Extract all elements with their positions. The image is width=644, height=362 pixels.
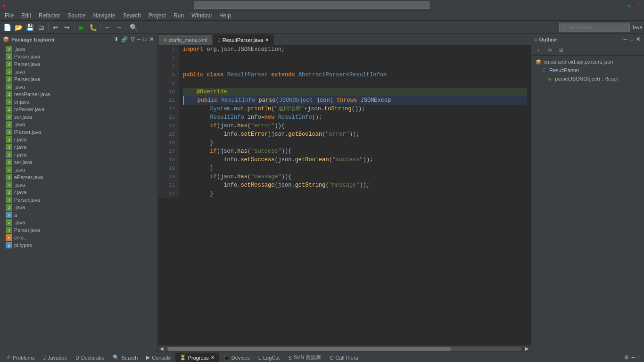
tree-item[interactable]: J.java — [0, 166, 157, 173]
undo-button[interactable]: ↩ — [50, 22, 61, 33]
bottom-minimize-button[interactable]: ─ — [631, 354, 636, 361]
open-button[interactable]: 📂 — [13, 22, 24, 33]
menu-file[interactable]: File — [1, 11, 17, 20]
tree-item[interactable]: JParser.java — [0, 226, 157, 234]
tree-item[interactable]: JmParser.java — [0, 106, 157, 113]
forward-button[interactable]: → — [114, 22, 124, 33]
tree-item[interactable]: JlParser.java — [0, 128, 157, 136]
bottom-maximize-button[interactable]: □ — [637, 354, 642, 361]
menu-source[interactable]: Source — [64, 11, 89, 20]
outline-maximize[interactable]: □ — [629, 36, 634, 42]
outline-item-method[interactable]: ◆ parse(JSONObject) : Resul — [533, 74, 642, 83]
perspective-button[interactable]: Java — [632, 22, 642, 33]
menu-navigate[interactable]: Navigate — [89, 11, 119, 20]
tree-item[interactable]: JParser.java — [0, 53, 157, 60]
menu-window[interactable]: Window — [188, 11, 215, 20]
menu-help[interactable]: Help — [215, 11, 235, 20]
outline-collapse-button[interactable]: ⊟ — [556, 45, 566, 56]
tree-item-label: eParser.java — [14, 174, 43, 180]
tree-item[interactable]: J.java — [0, 68, 157, 75]
outline-minimize[interactable]: ─ — [623, 36, 628, 42]
outline-item-package[interactable]: 📦 cn.oa.android.api.parsers.json — [533, 58, 642, 66]
quick-access-input[interactable] — [559, 23, 630, 32]
tree-item[interactable]: J.java — [0, 181, 157, 189]
debug-button[interactable]: 🐛 — [88, 22, 98, 33]
menu-search[interactable]: Search — [119, 11, 145, 20]
tree-item[interactable]: J.java — [0, 121, 157, 128]
scroll-right-button[interactable]: ▶ — [523, 346, 531, 351]
file-icon: J — [6, 114, 12, 120]
run-button[interactable]: ▶ — [76, 22, 87, 33]
tree-item[interactable]: JressParser.java — [0, 90, 157, 98]
tree-item[interactable]: Jer.java — [0, 98, 157, 106]
outline-sort-button[interactable]: ↕ — [533, 45, 544, 56]
bottom-settings-button[interactable]: ⚙ — [623, 354, 630, 361]
panel-menu-button[interactable]: ▽ — [130, 36, 135, 42]
tree-item[interactable]: JParser.java — [0, 196, 157, 204]
tree-item[interactable]: Jr.java — [0, 136, 157, 143]
tab-declaration[interactable]: D Declaratio — [71, 353, 108, 362]
minimize-button[interactable]: ─ — [618, 1, 625, 9]
link-editor-button[interactable]: 🔗 — [120, 36, 129, 42]
outline-panel-controls: ─ □ ✕ — [623, 36, 641, 42]
tree-item[interactable]: JParser.java — [0, 75, 157, 83]
minimize-panel-button[interactable]: ─ — [136, 36, 142, 42]
tree-item[interactable]: Jr.java — [0, 151, 157, 158]
tree-item[interactable]: Jser.java — [0, 158, 157, 166]
menu-edit[interactable]: Edit — [17, 11, 35, 20]
call-hierarchy-icon: C — [330, 355, 333, 361]
menu-project[interactable]: Project — [145, 11, 170, 20]
collapse-all-button[interactable]: ⬇ — [113, 36, 119, 42]
outline-item-label: ResultParser — [549, 67, 579, 73]
tab-javadoc[interactable]: J Javadoc — [39, 353, 71, 362]
tab-svn[interactable]: S SVN 资源库 — [284, 353, 325, 362]
tree-item[interactable]: Jr.java — [0, 143, 157, 151]
save-all-button[interactable]: 🗂 — [36, 22, 46, 33]
tree-item[interactable]: ppi.types — [0, 241, 157, 249]
outline-item-class[interactable]: C ResultParser — [533, 66, 642, 74]
title-search-input[interactable] — [194, 1, 429, 9]
scroll-left-button[interactable]: ◀ — [158, 346, 165, 351]
tree-item[interactable]: J.java — [0, 204, 157, 211]
search-toolbar-button[interactable]: 🔍 — [128, 22, 139, 33]
tab-result-parser[interactable]: J ResultParser.java ✕ — [213, 34, 274, 45]
tree-item[interactable]: Jser.java — [0, 113, 157, 121]
tab-search[interactable]: 🔍 Search — [108, 353, 142, 362]
file-icon: J — [6, 99, 12, 105]
tree-item[interactable]: J.java — [0, 83, 157, 90]
tree-item[interactable]: Jr.java — [0, 189, 157, 196]
outline-close[interactable]: ✕ — [635, 36, 641, 42]
tab-logcat[interactable]: L LogCat — [254, 353, 284, 362]
close-button[interactable]: ✕ — [635, 1, 642, 9]
outline-filter-button[interactable]: ⚙ — [545, 45, 555, 56]
editor-tabs: ◆ drafts_menu.xml J ResultParser.java ✕ — [158, 34, 531, 45]
tree-item[interactable]: JeParser.java — [0, 173, 157, 181]
editor-hscrollbar[interactable]: ◀ ▶ — [158, 345, 531, 352]
menu-run[interactable]: Run — [170, 11, 188, 20]
back-button[interactable]: ← — [102, 22, 113, 33]
tab-call-hierarchy[interactable]: C Call Hiera — [325, 353, 362, 362]
save-button[interactable]: 💾 — [25, 22, 35, 33]
tree-item[interactable]: aa — [0, 211, 157, 219]
code-editor[interactable]: 3 4 7 8 9 10 11 12 13 14 15 16 17 18 19 … — [158, 45, 531, 345]
close-tab-button[interactable]: ✕ — [265, 37, 269, 42]
close-progress-tab-button[interactable]: ✕ — [211, 355, 215, 360]
tree-item[interactable]: J.java — [0, 219, 157, 226]
maximize-panel-button[interactable]: □ — [142, 36, 148, 42]
tree-item[interactable]: JParser.java — [0, 60, 157, 68]
tree-item-label: Parser.java — [14, 76, 40, 82]
tab-drafts-menu[interactable]: ◆ drafts_menu.xml — [158, 34, 212, 45]
new-button[interactable]: 📄 — [2, 22, 12, 33]
tab-console[interactable]: ▶ Console — [142, 353, 175, 362]
tab-devices[interactable]: 📱 Devices — [219, 353, 254, 362]
tree-item[interactable]: J.java — [0, 45, 157, 53]
redo-button[interactable]: ↪ — [62, 22, 72, 33]
tab-progress[interactable]: ⏳ Progress ✕ — [175, 353, 219, 362]
scroll-thumb[interactable] — [167, 347, 451, 351]
tree-item[interactable]: ccn.c... — [0, 234, 157, 241]
code-line: } — [183, 189, 527, 198]
close-panel-button[interactable]: ✕ — [149, 36, 155, 42]
maximize-button[interactable]: □ — [626, 1, 634, 9]
menu-refactor[interactable]: Refactor — [35, 11, 64, 20]
tab-problems[interactable]: ⚠ Problems — [2, 353, 39, 362]
